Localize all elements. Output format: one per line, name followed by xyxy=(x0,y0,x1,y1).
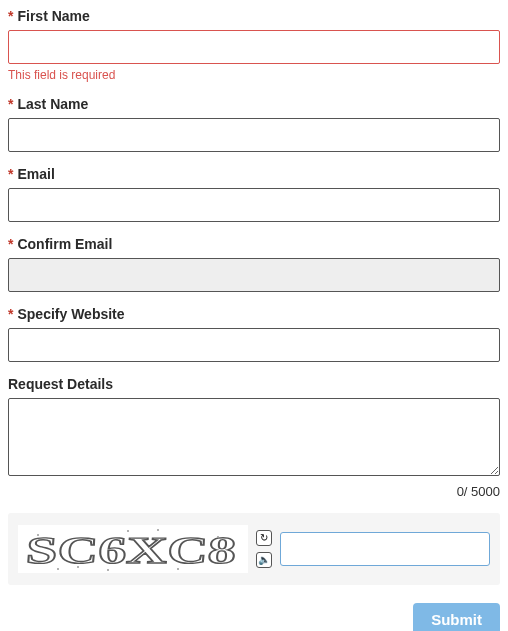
audio-icon[interactable]: 🔈 xyxy=(256,552,272,568)
captcha-controls: ↻ 🔈 xyxy=(256,530,272,568)
char-count: 0/ 5000 xyxy=(8,484,500,499)
field-last-name: *Last Name xyxy=(8,96,500,152)
label-text: Last Name xyxy=(17,96,88,112)
field-confirm-email: *Confirm Email xyxy=(8,236,500,292)
svg-point-1 xyxy=(77,566,79,568)
required-marker: * xyxy=(8,96,13,112)
confirm-email-input[interactable] xyxy=(8,258,500,292)
refresh-icon[interactable]: ↻ xyxy=(256,530,272,546)
details-label: Request Details xyxy=(8,376,500,392)
captcha-input[interactable] xyxy=(280,532,490,566)
first-name-label: *First Name xyxy=(8,8,500,24)
submit-button[interactable]: Submit xyxy=(413,603,500,631)
field-email: *Email xyxy=(8,166,500,222)
svg-point-7 xyxy=(157,529,159,531)
label-text: Specify Website xyxy=(17,306,124,322)
svg-point-0 xyxy=(37,534,39,536)
required-marker: * xyxy=(8,8,13,24)
label-text: Request Details xyxy=(8,376,113,392)
svg-point-4 xyxy=(217,536,219,538)
last-name-input[interactable] xyxy=(8,118,500,152)
required-marker: * xyxy=(8,306,13,322)
email-label: *Email xyxy=(8,166,500,182)
captcha-image: SC6XC8 xyxy=(18,525,248,573)
svg-point-6 xyxy=(107,569,109,571)
captcha-text-svg: SC6XC8 xyxy=(25,529,238,571)
confirm-email-label: *Confirm Email xyxy=(8,236,500,252)
captcha-row: SC6XC8 ↻ 🔈 xyxy=(8,513,500,585)
label-text: Email xyxy=(17,166,54,182)
first-name-input[interactable] xyxy=(8,30,500,64)
details-textarea[interactable] xyxy=(8,398,500,476)
field-first-name: *First Name This field is required xyxy=(8,8,500,82)
svg-point-5 xyxy=(57,568,59,570)
label-text: First Name xyxy=(17,8,89,24)
required-marker: * xyxy=(8,236,13,252)
field-website: *Specify Website xyxy=(8,306,500,362)
svg-point-3 xyxy=(177,568,179,570)
label-text: Confirm Email xyxy=(17,236,112,252)
submit-row: Submit xyxy=(8,603,500,631)
required-marker: * xyxy=(8,166,13,182)
field-details: Request Details 0/ 5000 xyxy=(8,376,500,499)
website-label: *Specify Website xyxy=(8,306,500,322)
website-input[interactable] xyxy=(8,328,500,362)
email-input[interactable] xyxy=(8,188,500,222)
svg-point-2 xyxy=(127,530,129,532)
first-name-error: This field is required xyxy=(8,68,500,82)
last-name-label: *Last Name xyxy=(8,96,500,112)
